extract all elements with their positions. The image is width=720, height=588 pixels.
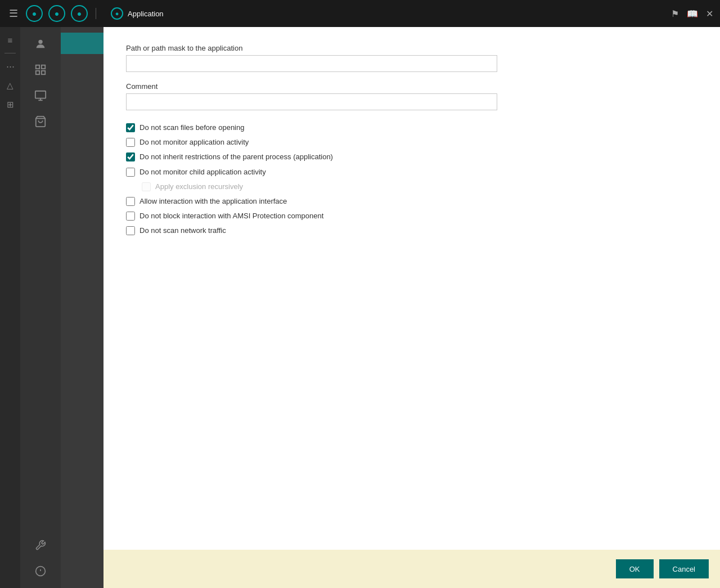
checkbox-cb5 xyxy=(142,182,151,191)
checkbox-row-6: Allow interaction with the application i… xyxy=(126,194,703,209)
tab-2[interactable]: ● xyxy=(48,5,65,22)
sidebar-grid-icon[interactable] xyxy=(26,59,55,81)
checkbox-label-cb5: Apply exclusion recursively xyxy=(155,182,243,192)
flag-icon[interactable]: ⚑ xyxy=(671,8,679,19)
sidebar-wrench-icon[interactable] xyxy=(26,534,55,556)
checkbox-cb2[interactable] xyxy=(126,138,135,147)
sidebar-narrow-grid-icon[interactable]: ⊞ xyxy=(2,96,19,113)
path-label: Path or path mask to the application xyxy=(126,44,703,52)
checkbox-cb7[interactable] xyxy=(126,212,135,221)
ok-button[interactable]: OK xyxy=(616,559,654,578)
tab-3[interactable]: ● xyxy=(71,5,88,22)
close-icon[interactable]: ✕ xyxy=(706,8,713,19)
checkbox-row-8: Do not scan network traffic xyxy=(126,223,703,238)
svg-point-0 xyxy=(38,40,42,44)
checkbox-row-5: Apply exclusion recursively xyxy=(126,179,703,194)
app-tab[interactable]: ● Application xyxy=(104,7,170,20)
tab-1[interactable]: ● xyxy=(26,5,43,22)
app-tab-icon: ● xyxy=(111,7,123,20)
checkbox-cb6[interactable] xyxy=(126,197,135,206)
form-panel: Path or path mask to the application Com… xyxy=(104,27,720,550)
sidebar-bag-icon[interactable] xyxy=(26,110,55,133)
hamburger-icon[interactable]: ☰ xyxy=(7,5,20,22)
checkbox-cb4[interactable] xyxy=(126,168,135,177)
checkbox-label-cb8: Do not scan network traffic xyxy=(140,226,226,236)
checkbox-row-3: Do not inherit restrictions of the paren… xyxy=(126,150,703,164)
sidebar-narrow-dots-icon[interactable]: ⋯ xyxy=(2,58,19,75)
cancel-button[interactable]: Cancel xyxy=(659,559,709,578)
checkbox-row-1: Do not scan files before opening xyxy=(126,120,703,135)
sidebar-narrow-triangle-icon[interactable]: △ xyxy=(2,77,19,94)
content-area: Path or path mask to the application Com… xyxy=(104,27,720,588)
checkbox-row-4: Do not monitor child application activit… xyxy=(126,165,703,179)
book-icon[interactable]: 📖 xyxy=(687,8,698,19)
app-tab-label: Application xyxy=(128,10,164,18)
sidebar-monitor-icon[interactable] xyxy=(26,84,55,107)
checkbox-label-cb1: Do not scan files before opening xyxy=(140,123,244,133)
checkbox-cb1[interactable] xyxy=(126,123,135,132)
top-bar-left: ☰ ● ● ● ● Application xyxy=(7,5,170,22)
sidebar-user-icon[interactable] xyxy=(26,33,55,55)
tab-divider xyxy=(96,8,96,19)
checkbox-label-cb4: Do not monitor child application activit… xyxy=(140,167,266,177)
main-layout: ≡ ⋯ △ ⊞ xyxy=(0,27,720,588)
checkbox-label-cb3: Do not inherit restrictions of the paren… xyxy=(140,152,333,162)
top-bar-right: ⚑ 📖 ✕ xyxy=(671,8,713,19)
checkboxes-section: Do not scan files before openingDo not m… xyxy=(126,120,703,239)
sidebar-narrow-list-icon[interactable]: ≡ xyxy=(2,32,19,48)
sidebar-info-icon[interactable] xyxy=(26,560,55,582)
top-bar: ☰ ● ● ● ● Application ⚑ 📖 ✕ xyxy=(0,0,720,27)
svg-rect-4 xyxy=(42,71,45,74)
sidebar-narrow-divider xyxy=(4,53,16,53)
comment-label: Comment xyxy=(126,82,703,91)
checkbox-cb8[interactable] xyxy=(126,226,135,235)
checkbox-cb3[interactable] xyxy=(126,152,135,161)
checkbox-label-cb6: Allow interaction with the application i… xyxy=(140,196,287,207)
svg-rect-2 xyxy=(42,65,45,69)
svg-rect-3 xyxy=(36,71,39,74)
svg-rect-5 xyxy=(35,91,46,98)
checkbox-label-cb2: Do not monitor application activity xyxy=(140,137,249,147)
path-field-group: Path or path mask to the application xyxy=(126,44,703,72)
path-input[interactable] xyxy=(126,55,497,72)
sidebar-third xyxy=(61,27,104,588)
bottom-bar: OK Cancel xyxy=(104,550,720,588)
comment-field-group: Comment xyxy=(126,82,703,110)
sidebar-narrow: ≡ ⋯ △ ⊞ xyxy=(0,27,20,588)
sidebar-third-active-item[interactable] xyxy=(61,33,104,54)
sidebar-bottom xyxy=(26,534,55,588)
checkbox-label-cb7: Do not block interaction with AMSI Prote… xyxy=(140,211,323,221)
comment-input[interactable] xyxy=(126,93,497,110)
checkbox-row-2: Do not monitor application activity xyxy=(126,135,703,150)
checkbox-row-7: Do not block interaction with AMSI Prote… xyxy=(126,209,703,223)
svg-rect-1 xyxy=(36,65,39,69)
sidebar-second xyxy=(20,27,61,588)
